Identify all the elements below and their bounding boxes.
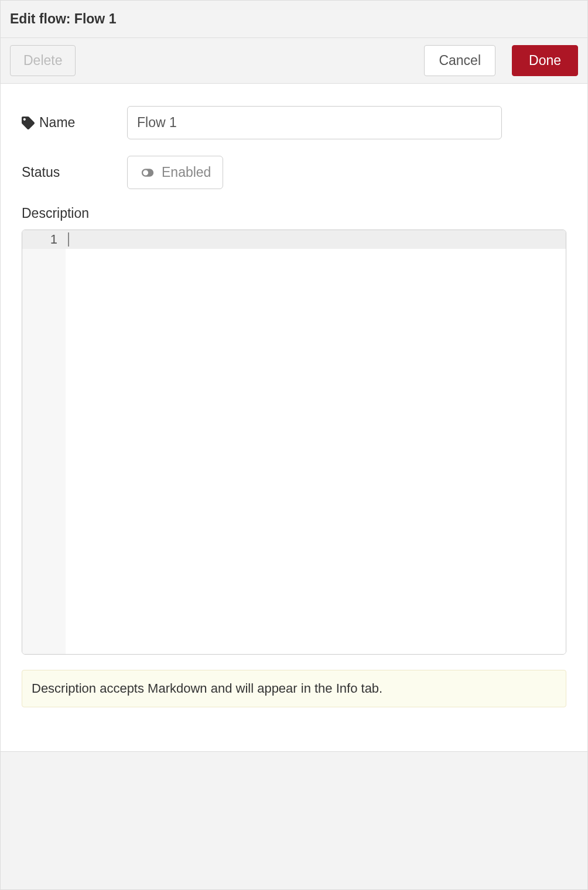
name-label-text: Name (39, 115, 75, 131)
status-toggle-label: Enabled (162, 165, 211, 180)
toggle-off-icon (139, 167, 156, 178)
name-row: Name (22, 106, 566, 139)
cancel-button[interactable]: Cancel (424, 45, 495, 76)
tag-icon (22, 117, 35, 129)
status-row: Status Enabled (22, 156, 566, 189)
delete-button[interactable]: Delete (10, 45, 76, 76)
description-editor[interactable]: 1 (22, 230, 566, 655)
dialog-footer (1, 751, 587, 791)
dialog-title: Edit flow: Flow 1 (10, 11, 578, 27)
status-toggle[interactable]: Enabled (127, 156, 223, 189)
name-label: Name (22, 115, 127, 131)
editor-cursor (68, 232, 69, 247)
editor-line-number: 1 (22, 230, 66, 249)
dialog-content: Name Status Enabled Description 1 Descri… (1, 84, 587, 751)
editor-gutter (22, 249, 66, 654)
editor-first-line: 1 (22, 230, 566, 249)
status-label-text: Status (22, 165, 60, 180)
dialog-toolbar: Delete Cancel Done (1, 38, 587, 84)
name-input[interactable] (127, 106, 502, 139)
editor-body[interactable] (22, 249, 566, 654)
done-button[interactable]: Done (512, 45, 578, 76)
toolbar-right: Cancel Done (424, 45, 578, 76)
editor-content[interactable] (66, 249, 566, 654)
description-label: Description (22, 206, 566, 221)
dialog-header: Edit flow: Flow 1 (1, 1, 587, 38)
editor-cursor-cell (66, 230, 71, 249)
description-hint: Description accepts Markdown and will ap… (22, 670, 566, 707)
status-label: Status (22, 165, 127, 180)
